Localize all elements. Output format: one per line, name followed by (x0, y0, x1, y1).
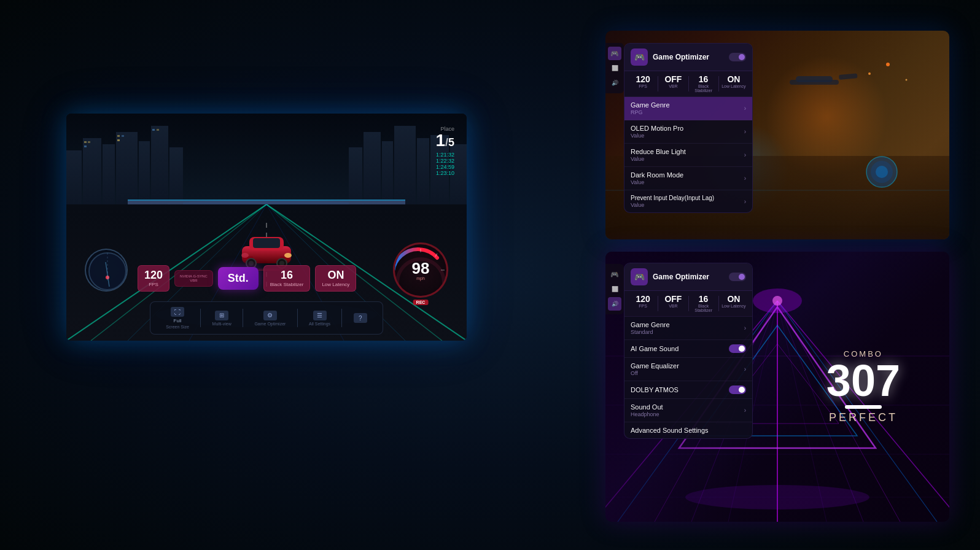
menu-item-game-genre-bottom[interactable]: Game Genre Standard › (624, 317, 752, 340)
low-latency-stat: ON Low Latency (315, 265, 356, 292)
svg-rect-16 (84, 141, 87, 143)
rb-monitor-icon[interactable]: ⬜ (608, 282, 621, 296)
vbr-stat-top: OFF VBR (661, 75, 685, 93)
menu-item-game-genre-top[interactable]: Game Genre RPG › (624, 97, 752, 120)
menu-item-dolby-atmos[interactable]: DOLBY ATMOS (624, 381, 752, 399)
menu-item-reduce-blue[interactable]: Reduce Blue Light Value › (624, 144, 752, 167)
help-icon: ? (354, 313, 367, 323)
screen-size-button[interactable]: ⛶ Full Screen Size (166, 307, 189, 329)
black-stab-stat: 16 Black Stabilizer (263, 265, 311, 292)
multi-view-icon: ⊞ (215, 311, 228, 320)
menu-item-input-delay[interactable]: Prevent Input Delay(Input Lag) Value › (624, 190, 752, 212)
svg-rect-17 (88, 141, 90, 143)
gsync-stat: NVIDIA G-SYNC VBR (174, 270, 213, 287)
mini-map (85, 249, 128, 292)
rt-gamepad-icon[interactable]: 🎮 (608, 47, 621, 60)
menu-item-advanced-sound[interactable]: Advanced Sound Settings (624, 422, 752, 438)
combo-display: COMBO 307 PERFECT (826, 349, 900, 424)
toolbar-sep-3 (297, 309, 298, 327)
svg-rect-20 (122, 135, 124, 137)
menu-item-dark-room[interactable]: Dark Room Mode Value › (624, 167, 752, 190)
help-button[interactable]: ? (354, 313, 367, 323)
screen-size-icon: ⛶ (171, 307, 184, 317)
game-optimizer-icon: ⚙ (263, 311, 277, 320)
menu-item-game-equalizer[interactable]: Game Equalizer Off › (624, 358, 752, 381)
svg-point-88 (772, 296, 782, 306)
svg-rect-25 (128, 199, 405, 201)
vbr-stat-bottom: OFF VBR (661, 295, 685, 312)
toolbar-sep-4 (341, 309, 342, 327)
opt-stats-bottom: 120 FPS OFF VBR 16 Black Stabilizer ON L… (624, 291, 752, 317)
all-settings-icon: ☰ (313, 311, 327, 320)
svg-rect-42 (253, 238, 280, 248)
rb-gamepad-icon[interactable]: 🎮 (608, 268, 621, 281)
rec-badge: REC (413, 300, 429, 305)
fps-stat-bottom: 120 FPS (631, 295, 655, 312)
toolbar-sep-2 (243, 309, 243, 327)
rt-monitor-icon[interactable]: ⬜ (608, 61, 621, 75)
optimizer-panel-top: 🎮 Game Optimizer 120 FPS OFF VBR 16 Blac… (624, 43, 753, 213)
opt-header-top: 🎮 Game Optimizer (624, 44, 752, 71)
svg-rect-22 (152, 129, 155, 131)
rt-sound-icon[interactable]: 🔊 (608, 76, 621, 90)
svg-point-46 (241, 253, 249, 258)
low-lat-bottom: ON Low Latency (721, 295, 746, 312)
optimizer-panel-bottom: 🎮 Game Optimizer 120 FPS OFF VBR 16 Blac… (624, 263, 753, 439)
multi-view-button[interactable]: ⊞ Multi-view (212, 311, 231, 326)
black-stab-bottom: 16 Black Stabilizer (691, 295, 716, 312)
opt-main-toggle[interactable] (729, 53, 746, 61)
svg-rect-21 (117, 139, 120, 141)
svg-rect-19 (117, 135, 120, 137)
opt-stats-top: 120 FPS OFF VBR 16 Black Stabilizer ON L… (624, 71, 752, 97)
opt-main-toggle-b[interactable] (729, 273, 746, 281)
opt-gamepad-icon: 🎮 (631, 48, 648, 66)
ai-sound-toggle[interactable] (729, 344, 746, 353)
all-settings-button[interactable]: ☰ All Settings (309, 311, 330, 326)
rt-side-icons: 🎮 ⬜ 🔊 (605, 43, 624, 93)
menu-item-oled-motion[interactable]: OLED Motion Pro Value › (624, 120, 752, 144)
menu-item-ai-game-sound[interactable]: AI Game Sound (624, 340, 752, 358)
place-indicator: Place 1/5 1:21:32 1:22:32 1:24:59 1:23:1… (435, 126, 454, 176)
score-list: 1:21:32 1:22:32 1:24:59 1:23:10 (435, 152, 454, 176)
combo-bar (845, 405, 882, 409)
right-bottom-screen: COMBO 307 PERFECT 🎮 ⬜ 🔊 🎮 Game Optimizer… (605, 252, 949, 522)
toolbar-sep-1 (200, 309, 201, 327)
mode-stat: Std. (218, 267, 259, 290)
right-top-screen: 🎮 ⬜ 🔊 🎮 Game Optimizer 120 FPS OFF VBR (605, 31, 949, 239)
game-optimizer-button[interactable]: ⚙ Game Optimizer (254, 311, 286, 326)
fps-stat-top: 120 FPS (631, 75, 655, 93)
speedometer: 98 mph REC (393, 242, 448, 298)
svg-rect-18 (84, 145, 87, 147)
bottom-toolbar: ⛶ Full Screen Size ⊞ Multi-view ⚙ Game O… (150, 301, 383, 335)
opt-header-bottom: 🎮 Game Optimizer (624, 263, 752, 291)
dolby-toggle[interactable] (729, 385, 746, 394)
hud-stats-bar: 120 FPS NVIDIA G-SYNC VBR Std. 16 Black … (138, 265, 395, 292)
rb-side-icons: 🎮 ⬜ 🔊 (605, 264, 624, 314)
svg-point-45 (284, 253, 292, 258)
menu-item-sound-out[interactable]: Sound Out Headphone › (624, 399, 752, 422)
low-lat-top: ON Low Latency (721, 75, 746, 93)
fps-stat: 120 FPS (138, 265, 169, 292)
left-racing-screen: 120 FPS NVIDIA G-SYNC VBR Std. 16 Black … (66, 114, 467, 341)
black-stab-top: 16 Black Stabilizer (691, 75, 716, 93)
rb-sound-icon[interactable]: 🔊 (608, 297, 621, 311)
opt-gamepad-icon-b: 🎮 (631, 268, 648, 285)
svg-rect-23 (157, 129, 159, 131)
